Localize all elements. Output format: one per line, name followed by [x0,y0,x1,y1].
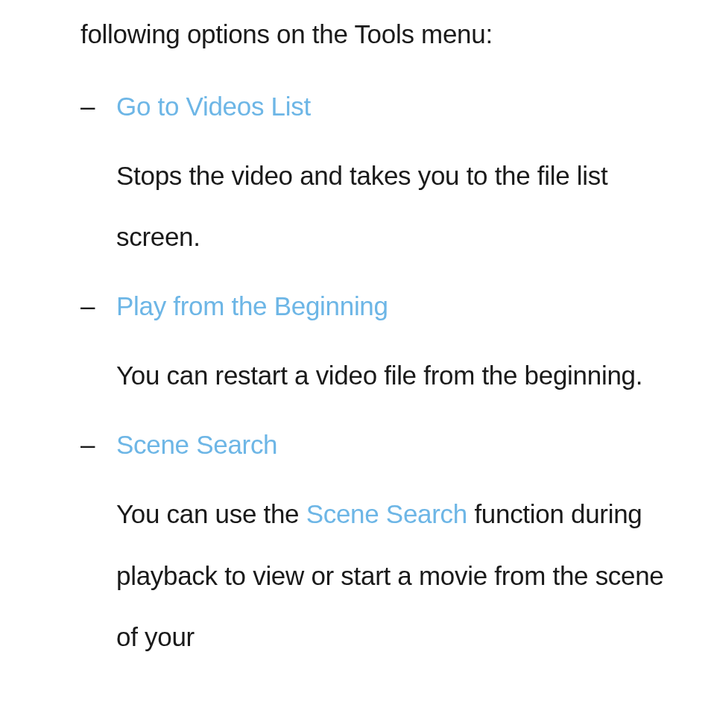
item-description: Stops the video and takes you to the fil… [116,145,689,268]
item-description: You can use the Scene Search function du… [116,484,689,668]
intro-text: following options on the Tools menu: [80,15,689,54]
document-content: following options on the Tools menu: – G… [0,15,711,668]
list-item: – Play from the Beginning You can restar… [80,291,689,406]
list-dash: – [80,92,116,121]
list-item-header: – Play from the Beginning [80,291,689,321]
item-title-play-beginning: Play from the Beginning [116,291,388,321]
item-title-scene-search: Scene Search [116,430,277,460]
list-item-header: – Go to Videos List [80,92,689,121]
list-dash: – [80,430,116,460]
item-title-go-to-videos: Go to Videos List [116,92,311,121]
list-item-header: – Scene Search [80,430,689,460]
list-dash: – [80,291,116,321]
item-description: You can restart a video file from the be… [116,345,689,406]
desc-prefix: You can use the [116,499,306,528]
list-item: – Go to Videos List Stops the video and … [80,92,689,268]
inline-highlight-scene-search: Scene Search [306,499,467,528]
list-item: – Scene Search You can use the Scene Sea… [80,430,689,668]
